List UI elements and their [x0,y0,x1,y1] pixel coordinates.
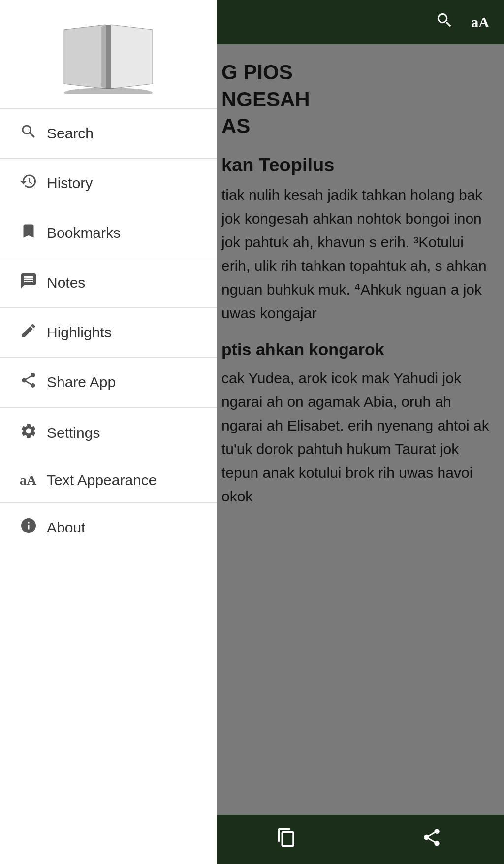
notes-menu-icon [20,272,47,294]
menu-items-list: Search History Bookmarks [0,108,217,864]
svg-point-0 [64,88,153,94]
search-menu-icon [20,123,47,144]
navigation-drawer: Search History Bookmarks [0,0,217,864]
history-menu-icon [20,172,47,194]
sidebar-item-share-app-label: Share App [47,374,116,391]
top-header-bar: aA [214,0,504,44]
text-appearance-menu-icon: aA [20,472,47,488]
share-menu-icon [20,371,47,393]
book-title-2: NGESAH [221,86,489,113]
book-paragraph-2: cak Yudea, arok icok mak Yahudi jok ngar… [221,366,489,508]
sidebar-item-highlights-label: Highlights [47,324,112,341]
book-dedication: kan Teopilus [221,155,489,176]
sidebar-item-share-app[interactable]: Share App [0,357,217,407]
text-size-icon[interactable]: aA [471,14,489,31]
book-logo-icon [59,20,158,94]
book-paragraph-1: tiak nulih kesah jadik tahkan holang bak… [221,183,489,325]
sidebar-item-search[interactable]: Search [0,108,217,158]
sidebar-item-history-label: History [47,175,93,192]
sidebar-item-bookmarks-label: Bookmarks [47,225,121,241]
copy-icon[interactable] [276,827,297,852]
sidebar-item-history[interactable]: History [0,158,217,208]
share-bottom-icon[interactable] [421,827,442,852]
sidebar-item-settings-label: Settings [47,425,100,441]
sidebar-item-bookmarks[interactable]: Bookmarks [0,208,217,258]
settings-menu-icon [20,422,47,444]
book-title-3: AS [221,113,489,140]
sidebar-item-about-label: About [47,519,85,536]
app-logo-area [0,0,217,108]
sidebar-item-text-appearance[interactable]: aA Text Appearance [0,458,217,502]
book-text: G PIOS NGESAH AS kan Teopilus tiak nulih… [221,59,489,508]
sidebar-item-text-appearance-label: Text Appearance [47,472,157,489]
about-menu-icon [20,517,47,538]
search-icon[interactable] [435,11,454,34]
bookmark-menu-icon [20,222,47,244]
sidebar-item-highlights[interactable]: Highlights [0,307,217,357]
bottom-toolbar [214,815,504,864]
sidebar-item-notes-label: Notes [47,274,85,291]
sidebar-item-settings[interactable]: Settings [0,408,217,458]
sidebar-item-search-label: Search [47,125,94,142]
sidebar-item-about[interactable]: About [0,502,217,552]
book-title-1: G PIOS [221,59,489,86]
highlights-menu-icon [20,322,47,343]
sidebar-item-notes[interactable]: Notes [0,258,217,307]
book-section-title: ptis ahkan kongarok [221,340,489,359]
